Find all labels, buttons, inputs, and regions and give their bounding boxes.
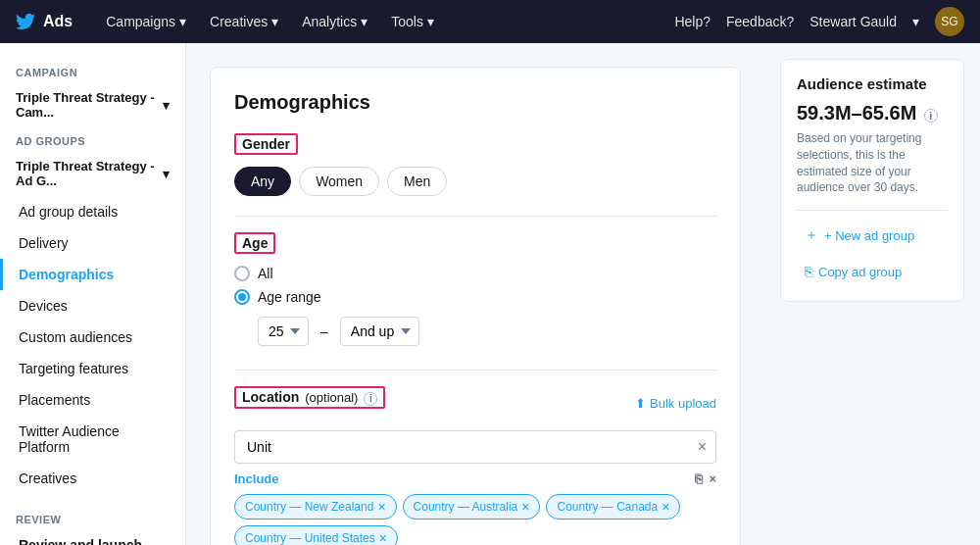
include-copy-icon[interactable]: ⎘: [695, 471, 703, 486]
sidebar-item-placements[interactable]: Placements: [0, 384, 185, 416]
sidebar-item-custom-audiences[interactable]: Custom audiences: [0, 322, 185, 353]
location-section: Location (optional) i ⬆ Bulk upload ×: [234, 386, 716, 545]
sidebar-item-creatives[interactable]: Creatives: [0, 463, 185, 494]
main-content: Demographics Gender Any Women Men Age Al…: [186, 43, 764, 545]
user-dropdown-icon[interactable]: ▾: [912, 14, 919, 29]
location-tag-au: Country — Australia ×: [403, 494, 541, 520]
age-range-radio[interactable]: [234, 289, 250, 305]
age-label: Age: [234, 232, 275, 254]
right-panel: Audience estimate 59.3M–65.6M i Based on…: [764, 43, 980, 545]
include-label: Include ⎘ ×: [234, 471, 716, 486]
nav-links: Campaigns ▾ Creatives ▾ Analytics ▾ Tool…: [96, 8, 674, 35]
logo[interactable]: Ads: [16, 12, 73, 31]
location-search-input[interactable]: [234, 430, 716, 464]
include-clear-icon[interactable]: ×: [709, 471, 716, 486]
age-to-select[interactable]: And up 25 34 49: [340, 317, 419, 346]
location-label-wrap: Location (optional) i: [234, 386, 385, 421]
age-range-option[interactable]: Age range: [234, 289, 716, 305]
age-from-select[interactable]: 13 18 21 25 35 50: [258, 317, 309, 346]
new-ad-group-button[interactable]: ＋ + New ad group: [797, 221, 948, 250]
tag-au-remove[interactable]: ×: [521, 499, 529, 515]
nav-creatives[interactable]: Creatives ▾: [200, 8, 288, 35]
location-tags-row2: Country — United States ×: [234, 525, 716, 546]
gender-men-button[interactable]: Men: [387, 167, 447, 196]
demographics-card: Demographics Gender Any Women Men Age Al…: [210, 67, 741, 545]
copy-icon: ⎘: [805, 264, 812, 279]
sidebar-item-devices[interactable]: Devices: [0, 290, 185, 322]
user-name[interactable]: Stewart Gauld: [809, 14, 897, 29]
location-header: Location (optional) i ⬆ Bulk upload: [234, 386, 716, 421]
location-info-icon[interactable]: i: [364, 392, 377, 406]
copy-ad-group-button[interactable]: ⎘ Copy ad group: [797, 258, 948, 285]
adgroup-chevron-icon: ▾: [163, 167, 170, 181]
location-tag-us: Country — United States ×: [234, 525, 398, 546]
upload-icon: ⬆: [635, 396, 646, 411]
nav-right: Help? Feedback? Stewart Gauld ▾ SG: [674, 7, 964, 36]
tag-nz-remove[interactable]: ×: [377, 499, 385, 515]
sidebar-item-twitter-audience-platform[interactable]: Twitter Audience Platform: [0, 416, 185, 463]
gender-options: Any Women Men: [234, 167, 716, 196]
sidebar-item-review-launch[interactable]: Review and launch campaign: [0, 529, 185, 545]
location-label: Location (optional) i: [234, 386, 385, 409]
age-range-row: 13 18 21 25 35 50 – And up 25 34 49: [258, 317, 716, 346]
audience-estimate-info-icon[interactable]: i: [924, 109, 938, 123]
audience-divider: [797, 210, 948, 211]
plus-icon: ＋: [805, 226, 818, 244]
twitter-logo-icon: [16, 12, 35, 31]
divider-1: [234, 216, 716, 217]
nav-campaigns[interactable]: Campaigns ▾: [96, 8, 196, 35]
bulk-upload-button[interactable]: ⬆ Bulk upload: [635, 396, 716, 411]
avatar[interactable]: SG: [935, 7, 964, 36]
tag-ca-remove[interactable]: ×: [662, 499, 669, 515]
campaign-chevron-icon: ▾: [163, 98, 170, 113]
age-dash: –: [320, 323, 328, 339]
campaign-name[interactable]: Triple Threat Strategy - Cam... ▾: [0, 82, 185, 127]
audience-estimate-description: Based on your targeting selections, this…: [797, 130, 948, 196]
adgroup-name[interactable]: Triple Threat Strategy - Ad G... ▾: [0, 151, 185, 196]
audience-estimate-range: 59.3M–65.6M i: [797, 102, 948, 124]
sidebar-item-targeting-features[interactable]: Targeting features: [0, 353, 185, 384]
help-link[interactable]: Help?: [674, 14, 710, 29]
campaign-section-label: CAMPAIGN: [0, 59, 185, 82]
nav-analytics[interactable]: Analytics ▾: [292, 8, 377, 35]
include-icons: ⎘ ×: [695, 471, 716, 486]
include-section: Include ⎘ × Country — New Zealand × Coun…: [234, 471, 716, 546]
age-all-radio[interactable]: [234, 266, 250, 281]
location-search-wrap: ×: [234, 430, 716, 464]
sidebar-item-delivery[interactable]: Delivery: [0, 227, 185, 259]
adgroups-section-label: AD GROUPS: [0, 127, 185, 151]
gender-any-button[interactable]: Any: [234, 167, 291, 196]
gender-women-button[interactable]: Women: [299, 167, 379, 196]
age-all-option[interactable]: All: [234, 266, 716, 281]
location-tags: Country — New Zealand × Country — Austra…: [234, 494, 716, 520]
sidebar-item-demographics[interactable]: Demographics: [0, 259, 185, 290]
audience-estimate-title: Audience estimate: [797, 75, 948, 92]
location-clear-button[interactable]: ×: [698, 438, 707, 456]
age-radio-group: All Age range: [234, 266, 716, 305]
nav-tools[interactable]: Tools ▾: [381, 8, 444, 35]
top-navigation: Ads Campaigns ▾ Creatives ▾ Analytics ▾ …: [0, 0, 980, 43]
location-tag-ca: Country — Canada ×: [546, 494, 680, 520]
tag-us-remove[interactable]: ×: [379, 530, 387, 546]
feedback-link[interactable]: Feedback?: [726, 14, 794, 29]
audience-estimate-card: Audience estimate 59.3M–65.6M i Based on…: [780, 59, 964, 302]
location-tag-nz: Country — New Zealand ×: [234, 494, 397, 520]
sidebar-item-ad-group-details[interactable]: Ad group details: [0, 196, 185, 227]
gender-label: Gender: [234, 133, 298, 155]
age-section: Age All Age range 13 18 21: [234, 232, 716, 346]
sidebar: CAMPAIGN Triple Threat Strategy - Cam...…: [0, 43, 186, 545]
panel-actions: ＋ + New ad group ⎘ Copy ad group: [797, 221, 948, 285]
review-section-label: REVIEW: [0, 506, 185, 529]
divider-2: [234, 370, 716, 371]
gender-section: Gender Any Women Men: [234, 133, 716, 196]
demographics-title: Demographics: [234, 91, 716, 114]
